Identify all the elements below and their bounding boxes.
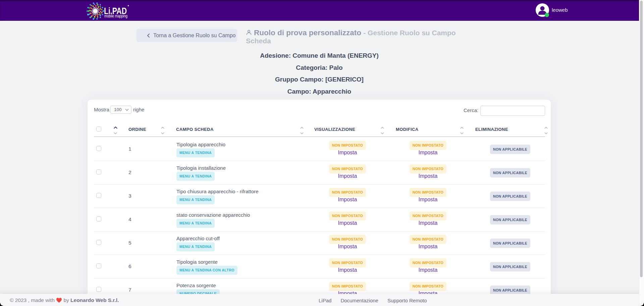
svg-text:mobile mapping: mobile mapping — [104, 14, 127, 18]
